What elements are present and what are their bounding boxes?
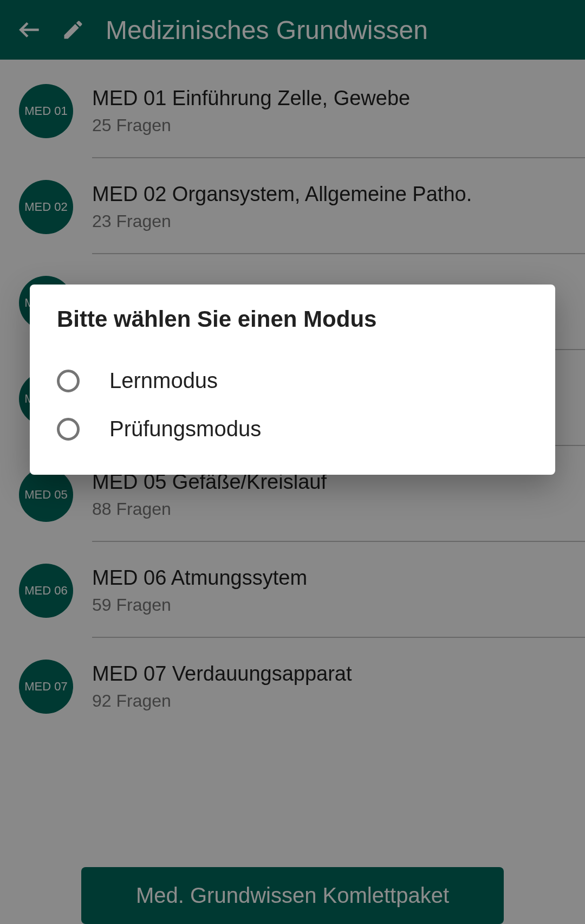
radio-icon (57, 370, 80, 392)
dialog-option-learn[interactable]: Lernmodus (57, 357, 528, 405)
radio-icon (57, 418, 80, 441)
option-label: Prüfungsmodus (109, 417, 261, 441)
option-label: Lernmodus (109, 369, 218, 393)
dialog-title: Bitte wählen Sie einen Modus (57, 306, 528, 332)
dialog-option-exam[interactable]: Prüfungsmodus (57, 405, 528, 453)
mode-dialog: Bitte wählen Sie einen Modus Lernmodus P… (30, 285, 555, 475)
